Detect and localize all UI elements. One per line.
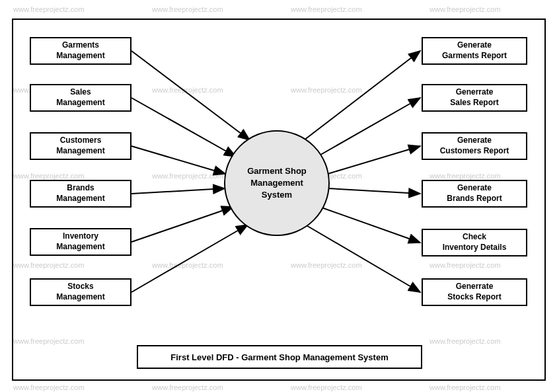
entity-generate-brands-report: GenerateBrands Report [422, 180, 527, 208]
entity-generate-garments-report: GenerateGarments Report [422, 37, 527, 65]
entity-label: GenerateCustomers Report [440, 136, 509, 156]
watermark: www.freeprojectz.com [13, 383, 85, 391]
entity-label: GenerrateSales Report [450, 87, 498, 108]
entity-inventory-management: InventoryManagement [30, 228, 131, 256]
watermark: www.freeprojectz.com [152, 5, 223, 13]
entity-label: GarmentsManagement [56, 40, 104, 61]
entity-check-inventory-details: CheckInventory Details [422, 229, 527, 256]
watermark: www.freeprojectz.com [429, 5, 501, 13]
process-garment-shop-management-system: Garment ShopManagementSystem [224, 130, 330, 236]
watermark: www.freeprojectz.com [291, 383, 362, 391]
entity-label: BrandsManagement [56, 183, 104, 204]
entity-customers-management: CustomersManagement [30, 132, 131, 160]
watermark: www.freeprojectz.com [152, 383, 223, 391]
entity-generate-stocks-report: GenerrateStocks Report [422, 278, 527, 306]
entity-brands-management: BrandsManagement [30, 180, 131, 208]
diagram-caption: First Level DFD - Garment Shop Managemen… [137, 345, 422, 369]
entity-label: StocksManagement [56, 282, 104, 302]
entity-stocks-management: StocksManagement [30, 278, 131, 306]
watermark: www.freeprojectz.com [13, 5, 85, 13]
caption-text: First Level DFD - Garment Shop Managemen… [170, 352, 388, 362]
entity-label: GenerrateStocks Report [447, 282, 501, 302]
entity-label: CustomersManagement [56, 136, 104, 156]
watermark: www.freeprojectz.com [291, 5, 362, 13]
entity-generate-sales-report: GenerrateSales Report [422, 84, 527, 112]
entity-label: GenerateGarments Report [442, 40, 507, 61]
entity-label: GenerateBrands Report [447, 183, 502, 204]
entity-label: CheckInventory Details [443, 232, 507, 253]
process-label: Garment ShopManagementSystem [247, 165, 307, 202]
entity-generate-customers-report: GenerateCustomers Report [422, 132, 527, 160]
entity-label: InventoryManagement [56, 231, 104, 252]
entity-garments-management: GarmentsManagement [30, 37, 131, 65]
entity-label: SalesManagement [56, 87, 104, 108]
entity-sales-management: SalesManagement [30, 84, 131, 112]
watermark: www.freeprojectz.com [429, 383, 501, 391]
